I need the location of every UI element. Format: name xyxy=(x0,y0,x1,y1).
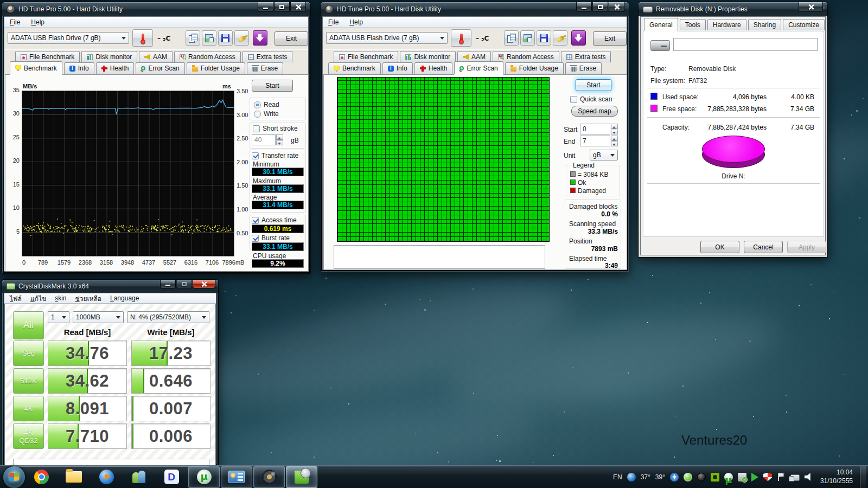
taskbar-utorrent-button[interactable] xyxy=(188,466,220,488)
save-screenshot-button[interactable] xyxy=(537,30,551,46)
tab-info[interactable]: Info xyxy=(64,62,94,74)
read-radio[interactable] xyxy=(254,101,261,108)
temperature-1[interactable]: 37° xyxy=(641,473,650,481)
maximize-button[interactable] xyxy=(274,2,290,12)
unit-select[interactable]: gB xyxy=(590,150,618,160)
access-time-checkbox[interactable] xyxy=(252,217,259,224)
action-center-flag-icon[interactable] xyxy=(777,473,786,481)
copy-screenshot-button[interactable] xyxy=(202,30,216,46)
scan-start-input[interactable]: 0 xyxy=(580,124,610,134)
test-size-select[interactable]: 1000MB xyxy=(73,311,124,323)
run-all-button[interactable]: All xyxy=(13,311,44,339)
show-desktop-button[interactable] xyxy=(860,466,866,488)
menu-file[interactable]: File xyxy=(10,18,20,26)
test-count-select[interactable]: 1 xyxy=(48,311,69,323)
short-stroke-size-input[interactable]: 40 xyxy=(252,134,276,145)
start-button[interactable] xyxy=(3,466,25,488)
tab-random-access[interactable]: Random Access xyxy=(174,51,241,62)
options-button[interactable] xyxy=(553,30,567,46)
taskbar-messenger-button[interactable] xyxy=(123,466,155,488)
taskbar-explorer-button[interactable] xyxy=(58,466,90,488)
tab-benchmark[interactable]: Benchmark xyxy=(328,62,381,74)
close-button[interactable] xyxy=(290,2,306,12)
tab-disk-monitor[interactable]: Disk monitor xyxy=(400,51,456,62)
write-radio[interactable] xyxy=(254,111,261,118)
speed-map-button[interactable]: Speed map xyxy=(571,106,618,117)
tab-health[interactable]: Health xyxy=(96,62,135,74)
scan-start-spinner[interactable] xyxy=(611,124,618,134)
start-button[interactable]: Start xyxy=(576,79,611,91)
options-button[interactable] xyxy=(234,30,249,46)
close-button[interactable] xyxy=(193,280,215,288)
recorder-tray-icon[interactable] xyxy=(697,473,706,481)
lightning-tray-icon[interactable] xyxy=(670,473,679,481)
tab-error-scan[interactable]: Error Scan xyxy=(136,62,184,74)
cdm-test-button-512k[interactable]: 512K xyxy=(13,368,44,394)
tab-sharing[interactable]: Sharing xyxy=(748,19,781,30)
temperature-button[interactable] xyxy=(132,29,153,47)
tab-erase[interactable]: Erase xyxy=(247,62,283,74)
taskbar-media-player-button[interactable] xyxy=(91,466,122,488)
cdm-test-button-seq[interactable]: Seq xyxy=(13,341,44,366)
burst-rate-checkbox[interactable] xyxy=(252,235,259,242)
short-stroke-checkbox[interactable] xyxy=(253,125,260,132)
tab-extra-tests[interactable]: Extra tests xyxy=(242,51,293,62)
exit-button[interactable]: Exit xyxy=(593,31,627,46)
cancel-button[interactable]: Cancel xyxy=(744,241,783,253)
tab-benchmark[interactable]: Benchmark xyxy=(10,61,62,74)
tab-aam[interactable]: AAM xyxy=(457,51,491,62)
close-button[interactable] xyxy=(609,2,624,12)
tab-extra-tests[interactable]: Extra tests xyxy=(561,51,611,62)
update-button[interactable] xyxy=(253,30,267,46)
scan-end-spinner[interactable] xyxy=(611,136,618,146)
menu-file[interactable]: File xyxy=(328,18,339,26)
quick-scan-checkbox[interactable] xyxy=(570,96,577,103)
tab-folder-usage[interactable]: Folder Usage xyxy=(187,62,245,74)
taskbar-divx-button[interactable] xyxy=(156,466,187,488)
volume-tray-icon[interactable] xyxy=(805,473,813,481)
taskbar-hdtune-button[interactable] xyxy=(253,466,285,488)
scan-end-input[interactable]: 7 xyxy=(580,136,610,146)
drive-select[interactable]: ADATA USB Flash Drive (7 gB) xyxy=(8,32,129,44)
tab-erase[interactable]: Erase xyxy=(565,62,602,74)
maximize-button[interactable] xyxy=(592,2,608,12)
maximize-button[interactable] xyxy=(176,280,192,288)
save-screenshot-button[interactable] xyxy=(218,30,233,46)
transfer-rate-checkbox[interactable] xyxy=(252,152,259,159)
start-button[interactable]: Start xyxy=(252,80,293,92)
tab-info[interactable]: Info xyxy=(382,62,413,74)
menu-help[interactable]: Help xyxy=(31,18,44,26)
cdm-test-button-4k-qd32[interactable]: 4K QD32 xyxy=(13,423,44,449)
tab-folder-usage[interactable]: Folder Usage xyxy=(505,62,564,74)
exit-button[interactable]: Exit xyxy=(275,31,308,46)
tab-file-benchmark[interactable]: File Benchmark xyxy=(334,51,398,62)
taskbar-crystaldiskmark-button[interactable] xyxy=(286,466,317,488)
temperature-2[interactable]: 39° xyxy=(655,473,665,481)
tab-tools[interactable]: Tools xyxy=(680,19,706,30)
copy-to-clipboard-button[interactable] xyxy=(504,30,519,46)
language-indicator[interactable]: EN xyxy=(613,473,622,481)
globe-icon[interactable] xyxy=(627,473,636,481)
tab-hardware[interactable]: Hardware xyxy=(707,19,746,30)
volume-label-input[interactable] xyxy=(673,38,818,51)
close-button[interactable] xyxy=(799,2,823,12)
minimize-button[interactable] xyxy=(576,2,592,12)
tab-file-benchmark[interactable]: File Benchmark xyxy=(15,51,80,62)
temperature-button[interactable] xyxy=(451,29,471,47)
tab-aam[interactable]: AAM xyxy=(139,51,173,62)
cdm-test-button-4k[interactable]: 4K xyxy=(13,396,44,421)
copy-screenshot-button[interactable] xyxy=(520,30,535,46)
tab-general[interactable]: General xyxy=(644,18,678,31)
network-tray-icon[interactable] xyxy=(790,474,800,481)
menu-help[interactable]: Help xyxy=(349,18,363,26)
short-stroke-spinner[interactable] xyxy=(276,134,283,145)
minimize-button[interactable] xyxy=(258,2,273,12)
menu-language[interactable]: Language xyxy=(110,294,139,302)
menu-skin[interactable]: skin xyxy=(55,294,66,302)
tab-health[interactable]: Health xyxy=(414,62,453,74)
security-shield-tray-icon[interactable] xyxy=(763,473,772,481)
update-button[interactable] xyxy=(571,30,586,46)
utorrent-tray-icon[interactable] xyxy=(724,473,733,481)
tab-disk-monitor[interactable]: Disk monitor xyxy=(81,51,137,62)
tab-customize[interactable]: Customize xyxy=(783,19,825,30)
